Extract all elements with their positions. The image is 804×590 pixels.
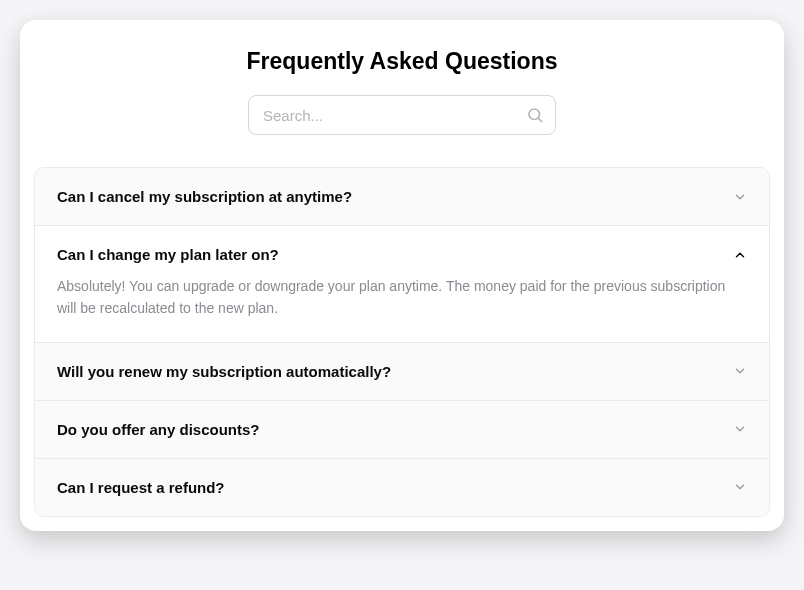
chevron-down-icon	[733, 422, 747, 436]
search-input[interactable]	[248, 95, 556, 135]
faq-question: Can I change my plan later on?	[57, 246, 279, 263]
faq-toggle[interactable]: Will you renew my subscription automatic…	[35, 343, 769, 400]
faq-item: Can I change my plan later on? Absolutel…	[35, 226, 769, 343]
faq-toggle[interactable]: Can I request a refund?	[35, 459, 769, 516]
chevron-down-icon	[733, 480, 747, 494]
faq-item: Do you offer any discounts?	[35, 401, 769, 459]
faq-question: Do you offer any discounts?	[57, 421, 260, 438]
chevron-down-icon	[733, 364, 747, 378]
faq-card: Frequently Asked Questions Can I cancel …	[20, 20, 784, 531]
faq-item: Will you renew my subscription automatic…	[35, 343, 769, 401]
faq-answer: Absolutely! You can upgrade or downgrade…	[35, 275, 769, 342]
faq-toggle[interactable]: Do you offer any discounts?	[35, 401, 769, 458]
search-container	[20, 95, 784, 135]
page-title: Frequently Asked Questions	[20, 48, 784, 75]
faq-question: Can I request a refund?	[57, 479, 225, 496]
faq-accordion: Can I cancel my subscription at anytime?…	[34, 167, 770, 517]
faq-question: Will you renew my subscription automatic…	[57, 363, 391, 380]
search-box	[248, 95, 556, 135]
chevron-up-icon	[733, 248, 747, 262]
faq-item: Can I request a refund?	[35, 459, 769, 516]
chevron-down-icon	[733, 190, 747, 204]
faq-item: Can I cancel my subscription at anytime?	[35, 168, 769, 226]
faq-toggle[interactable]: Can I change my plan later on?	[35, 226, 769, 275]
faq-question: Can I cancel my subscription at anytime?	[57, 188, 352, 205]
faq-toggle[interactable]: Can I cancel my subscription at anytime?	[35, 168, 769, 225]
